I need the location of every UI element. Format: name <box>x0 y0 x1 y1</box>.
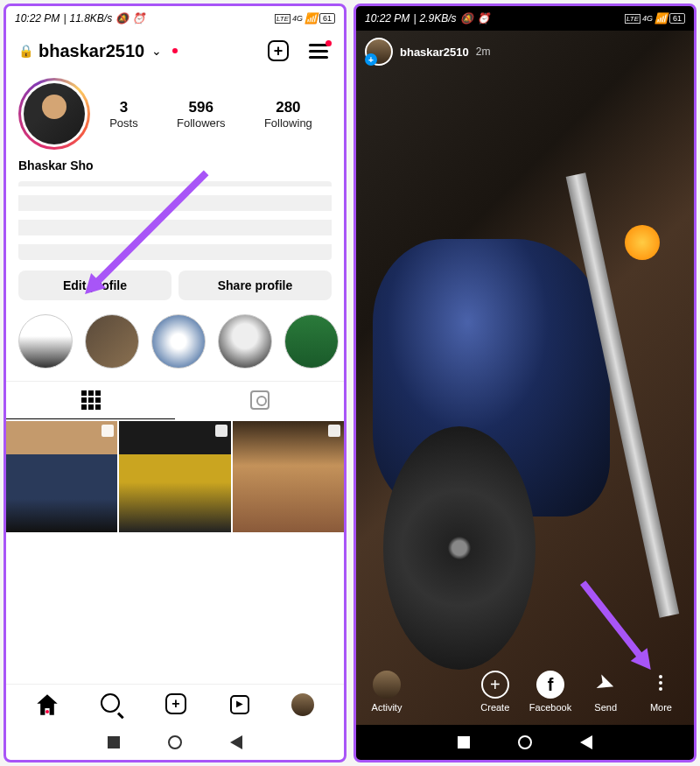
send-button[interactable]: ➤ Send <box>582 667 630 713</box>
activity-button[interactable]: Activity <box>365 671 409 713</box>
grid-tab[interactable] <box>6 382 175 419</box>
recents-button[interactable] <box>458 736 470 748</box>
right-phone-story: 10:22 PM | 2.9KB/s 🔕 ⏰ LTE 4G 📶 61 bhask… <box>354 4 696 762</box>
tagged-icon <box>250 390 270 410</box>
profile-header: 🔒 bhaskar2510 ⌄ + <box>6 31 344 71</box>
highlights-row[interactable] <box>6 307 344 376</box>
search-tab[interactable] <box>101 693 123 716</box>
create-button[interactable]: + Create <box>471 671 519 713</box>
create-tab[interactable]: + <box>165 693 188 716</box>
activity-avatar-icon <box>373 671 401 699</box>
status-speed: 11.8KB/s <box>70 12 113 25</box>
system-nav <box>6 725 344 760</box>
home-button[interactable] <box>168 735 182 749</box>
followers-stat[interactable]: 596Followers <box>177 99 226 130</box>
post-thumbnail[interactable] <box>233 421 344 532</box>
alarm-icon: ⏰ <box>477 12 490 25</box>
menu-notification-dot <box>326 40 332 46</box>
tagged-tab[interactable] <box>175 382 344 419</box>
home-tab[interactable] <box>36 693 59 716</box>
story-viewer[interactable]: bhaskar2510 2m Activity + Create f Faceb… <box>356 31 694 725</box>
story-header: bhaskar2510 2m <box>365 38 490 66</box>
back-button[interactable] <box>580 735 592 749</box>
share-profile-button[interactable]: Share profile <box>178 271 332 300</box>
more-icon <box>645 667 676 699</box>
plus-icon: + <box>481 671 509 699</box>
profile-tab[interactable] <box>291 693 314 716</box>
status-bar: 10:22 PM | 2.9KB/s 🔕 ⏰ LTE 4G 📶 61 <box>356 6 694 31</box>
status-time: 10:22 PM <box>365 12 410 25</box>
dnd-icon: 🔕 <box>116 12 129 25</box>
facebook-button[interactable]: f Facebook <box>526 671 574 713</box>
highlight-item[interactable] <box>85 314 139 369</box>
network-icon: 4G <box>642 14 653 23</box>
bio-redacted <box>18 181 332 260</box>
volte-icon: LTE <box>625 14 640 24</box>
chevron-down-icon[interactable]: ⌄ <box>151 44 162 58</box>
following-stat[interactable]: 280Following <box>264 99 312 130</box>
bottom-nav: + <box>6 684 344 725</box>
back-button[interactable] <box>230 735 242 749</box>
story-timestamp: 2m <box>476 46 491 58</box>
battery-icon: 61 <box>669 13 685 24</box>
send-icon: ➤ <box>585 663 626 703</box>
signal-icon: 📶 <box>654 12 668 25</box>
recents-button[interactable] <box>108 736 120 748</box>
highlight-item[interactable] <box>218 314 272 369</box>
highlight-item[interactable] <box>151 314 206 369</box>
volte-icon: LTE <box>275 14 290 24</box>
story-username[interactable]: bhaskar2510 <box>400 46 469 59</box>
story-avatar[interactable] <box>365 38 393 66</box>
alarm-icon: ⏰ <box>132 12 145 25</box>
highlight-item[interactable] <box>18 314 73 369</box>
grid-icon <box>81 390 101 410</box>
home-button[interactable] <box>518 735 532 749</box>
left-phone-profile: 10:22 PM | 11.8KB/s 🔕 ⏰ LTE 4G 📶 61 🔒 bh… <box>4 4 346 762</box>
create-button[interactable]: + <box>265 38 291 64</box>
post-thumbnail[interactable] <box>119 421 230 532</box>
status-time: 10:22 PM <box>15 12 60 25</box>
lock-icon: 🔒 <box>18 44 33 58</box>
story-image[interactable]: bhaskar2510 2m Activity + Create f Faceb… <box>356 31 694 725</box>
posts-grid <box>6 419 344 532</box>
facebook-icon: f <box>536 671 564 699</box>
profile-avatar-story[interactable] <box>18 78 90 150</box>
post-thumbnail[interactable] <box>6 421 117 532</box>
signal-icon: 📶 <box>304 12 318 25</box>
status-bar: 10:22 PM | 11.8KB/s 🔕 ⏰ LTE 4G 📶 61 <box>6 6 344 31</box>
plus-icon: + <box>165 693 186 714</box>
highlight-item[interactable] <box>284 314 339 369</box>
menu-button[interactable] <box>305 38 332 64</box>
display-name: Bhaskar Sho <box>6 157 344 178</box>
dnd-icon: 🔕 <box>460 12 473 25</box>
battery-icon: 61 <box>319 13 335 24</box>
posts-stat[interactable]: 3Posts <box>109 99 138 130</box>
notification-dot <box>172 48 178 53</box>
system-nav <box>356 725 694 760</box>
status-speed: 2.9KB/s <box>420 12 457 25</box>
username-dropdown[interactable]: bhaskar2510 <box>38 41 144 61</box>
reels-tab[interactable] <box>230 695 249 714</box>
network-icon: 4G <box>292 14 303 23</box>
